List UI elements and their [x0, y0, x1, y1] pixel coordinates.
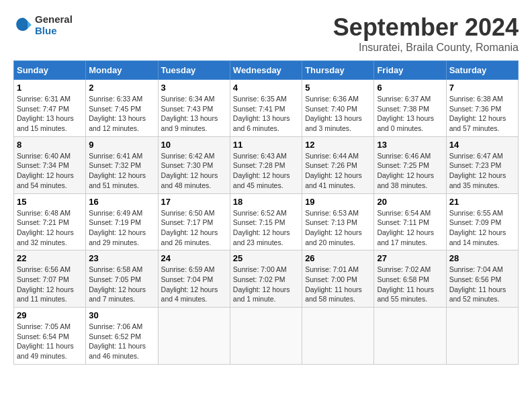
calendar-cell: 23Sunrise: 6:58 AM Sunset: 7:05 PM Dayli…: [86, 250, 158, 308]
calendar-cell: 25Sunrise: 7:00 AM Sunset: 7:02 PM Dayli…: [230, 250, 302, 308]
day-info: Sunrise: 6:42 AM Sunset: 7:30 PM Dayligh…: [161, 151, 227, 191]
day-info: Sunrise: 7:04 AM Sunset: 6:56 PM Dayligh…: [449, 265, 515, 304]
calendar-cell: [302, 308, 374, 365]
calendar-cell: 30Sunrise: 7:06 AM Sunset: 6:52 PM Dayli…: [86, 308, 158, 365]
day-info: Sunrise: 6:41 AM Sunset: 7:32 PM Dayligh…: [89, 151, 154, 191]
day-number: 28: [449, 253, 515, 263]
calendar-cell: 24Sunrise: 6:59 AM Sunset: 7:04 PM Dayli…: [158, 250, 230, 308]
day-number: 18: [233, 197, 299, 207]
calendar-cell: [158, 308, 230, 365]
calendar-cell: 29Sunrise: 7:05 AM Sunset: 6:54 PM Dayli…: [14, 308, 86, 365]
day-info: Sunrise: 6:58 AM Sunset: 7:05 PM Dayligh…: [89, 265, 154, 304]
week-row-4: 22Sunrise: 6:56 AM Sunset: 7:07 PM Dayli…: [14, 250, 519, 308]
calendar-cell: 1Sunrise: 6:31 AM Sunset: 7:47 PM Daylig…: [14, 80, 86, 137]
day-info: Sunrise: 6:36 AM Sunset: 7:40 PM Dayligh…: [305, 94, 371, 134]
day-number: 2: [89, 83, 154, 93]
title-section: September 2024 Insuratei, Braila County,…: [333, 13, 519, 54]
calendar-cell: [374, 308, 446, 365]
day-number: 8: [17, 140, 83, 150]
day-info: Sunrise: 6:59 AM Sunset: 7:04 PM Dayligh…: [161, 265, 227, 304]
calendar-cell: 8Sunrise: 6:40 AM Sunset: 7:34 PM Daylig…: [14, 136, 86, 193]
day-number: 16: [89, 197, 154, 207]
day-number: 15: [17, 197, 83, 207]
logo-text: General Blue: [35, 13, 73, 36]
day-number: 1: [17, 83, 83, 93]
day-info: Sunrise: 7:05 AM Sunset: 6:54 PM Dayligh…: [17, 322, 83, 361]
day-number: 19: [305, 197, 371, 207]
calendar-cell: 20Sunrise: 6:54 AM Sunset: 7:11 PM Dayli…: [374, 193, 446, 250]
day-number: 25: [233, 253, 299, 263]
calendar-cell: 13Sunrise: 6:46 AM Sunset: 7:25 PM Dayli…: [374, 136, 446, 193]
calendar-cell: 28Sunrise: 7:04 AM Sunset: 6:56 PM Dayli…: [446, 250, 518, 308]
day-info: Sunrise: 6:56 AM Sunset: 7:07 PM Dayligh…: [17, 265, 83, 304]
page-subtitle: Insuratei, Braila County, Romania: [333, 42, 519, 54]
calendar-table: SundayMondayTuesdayWednesdayThursdayFrid…: [13, 60, 519, 365]
day-info: Sunrise: 6:52 AM Sunset: 7:15 PM Dayligh…: [233, 208, 299, 248]
calendar-cell: 26Sunrise: 7:01 AM Sunset: 7:00 PM Dayli…: [302, 250, 374, 308]
calendar-cell: 4Sunrise: 6:35 AM Sunset: 7:41 PM Daylig…: [230, 80, 302, 137]
header-saturday: Saturday: [446, 61, 518, 80]
day-number: 14: [449, 140, 515, 150]
day-info: Sunrise: 6:50 AM Sunset: 7:17 PM Dayligh…: [161, 208, 227, 248]
calendar-cell: [230, 308, 302, 365]
day-info: Sunrise: 6:31 AM Sunset: 7:47 PM Dayligh…: [17, 94, 83, 134]
day-info: Sunrise: 6:40 AM Sunset: 7:34 PM Dayligh…: [17, 151, 83, 191]
header-friday: Friday: [374, 61, 446, 80]
day-info: Sunrise: 6:47 AM Sunset: 7:23 PM Dayligh…: [449, 151, 515, 191]
calendar-cell: 16Sunrise: 6:49 AM Sunset: 7:19 PM Dayli…: [86, 193, 158, 250]
day-info: Sunrise: 6:37 AM Sunset: 7:38 PM Dayligh…: [377, 94, 443, 134]
header-monday: Monday: [86, 61, 158, 80]
calendar-cell: 19Sunrise: 6:53 AM Sunset: 7:13 PM Dayli…: [302, 193, 374, 250]
calendar-cell: 15Sunrise: 6:48 AM Sunset: 7:21 PM Dayli…: [14, 193, 86, 250]
day-info: Sunrise: 6:55 AM Sunset: 7:09 PM Dayligh…: [449, 208, 515, 248]
day-number: 21: [449, 197, 515, 207]
calendar-cell: 22Sunrise: 6:56 AM Sunset: 7:07 PM Dayli…: [14, 250, 86, 308]
day-number: 11: [233, 140, 299, 150]
header-sunday: Sunday: [14, 61, 86, 80]
day-number: 10: [161, 140, 227, 150]
day-number: 17: [161, 197, 227, 207]
calendar-cell: 3Sunrise: 6:34 AM Sunset: 7:43 PM Daylig…: [158, 80, 230, 137]
calendar-cell: 12Sunrise: 6:44 AM Sunset: 7:26 PM Dayli…: [302, 136, 374, 193]
calendar-cell: 6Sunrise: 6:37 AM Sunset: 7:38 PM Daylig…: [374, 80, 446, 137]
day-number: 5: [305, 83, 371, 93]
calendar-cell: 27Sunrise: 7:02 AM Sunset: 6:58 PM Dayli…: [374, 250, 446, 308]
day-info: Sunrise: 6:54 AM Sunset: 7:11 PM Dayligh…: [377, 208, 443, 248]
day-info: Sunrise: 6:49 AM Sunset: 7:19 PM Dayligh…: [89, 208, 154, 248]
calendar-cell: 14Sunrise: 6:47 AM Sunset: 7:23 PM Dayli…: [446, 136, 518, 193]
day-number: 30: [89, 310, 154, 320]
calendar-cell: 2Sunrise: 6:33 AM Sunset: 7:45 PM Daylig…: [86, 80, 158, 137]
day-info: Sunrise: 6:38 AM Sunset: 7:36 PM Dayligh…: [449, 94, 515, 134]
calendar-cell: 9Sunrise: 6:41 AM Sunset: 7:32 PM Daylig…: [86, 136, 158, 193]
week-row-3: 15Sunrise: 6:48 AM Sunset: 7:21 PM Dayli…: [14, 193, 519, 250]
day-info: Sunrise: 6:44 AM Sunset: 7:26 PM Dayligh…: [305, 151, 371, 191]
day-info: Sunrise: 7:06 AM Sunset: 6:52 PM Dayligh…: [89, 322, 154, 361]
page-title: September 2024: [333, 13, 519, 42]
day-number: 20: [377, 197, 443, 207]
day-number: 24: [161, 253, 227, 263]
header-wednesday: Wednesday: [230, 61, 302, 80]
week-row-5: 29Sunrise: 7:05 AM Sunset: 6:54 PM Dayli…: [14, 308, 519, 365]
day-number: 12: [305, 140, 371, 150]
day-info: Sunrise: 6:46 AM Sunset: 7:25 PM Dayligh…: [377, 151, 443, 191]
day-number: 22: [17, 253, 83, 263]
week-row-2: 8Sunrise: 6:40 AM Sunset: 7:34 PM Daylig…: [14, 136, 519, 193]
day-info: Sunrise: 7:01 AM Sunset: 7:00 PM Dayligh…: [305, 265, 371, 304]
calendar-cell: 10Sunrise: 6:42 AM Sunset: 7:30 PM Dayli…: [158, 136, 230, 193]
day-number: 7: [449, 83, 515, 93]
week-row-1: 1Sunrise: 6:31 AM Sunset: 7:47 PM Daylig…: [14, 80, 519, 137]
day-number: 9: [89, 140, 154, 150]
day-info: Sunrise: 6:48 AM Sunset: 7:21 PM Dayligh…: [17, 208, 83, 248]
calendar-cell: 18Sunrise: 6:52 AM Sunset: 7:15 PM Dayli…: [230, 193, 302, 250]
day-info: Sunrise: 6:53 AM Sunset: 7:13 PM Dayligh…: [305, 208, 371, 248]
header-row: SundayMondayTuesdayWednesdayThursdayFrid…: [14, 61, 519, 80]
header-tuesday: Tuesday: [158, 61, 230, 80]
day-info: Sunrise: 6:34 AM Sunset: 7:43 PM Dayligh…: [161, 94, 227, 134]
day-number: 13: [377, 140, 443, 150]
day-number: 26: [305, 253, 371, 263]
day-info: Sunrise: 7:02 AM Sunset: 6:58 PM Dayligh…: [377, 265, 443, 304]
day-number: 4: [233, 83, 299, 93]
calendar-cell: 5Sunrise: 6:36 AM Sunset: 7:40 PM Daylig…: [302, 80, 374, 137]
header-thursday: Thursday: [302, 61, 374, 80]
day-info: Sunrise: 6:33 AM Sunset: 7:45 PM Dayligh…: [89, 94, 154, 134]
